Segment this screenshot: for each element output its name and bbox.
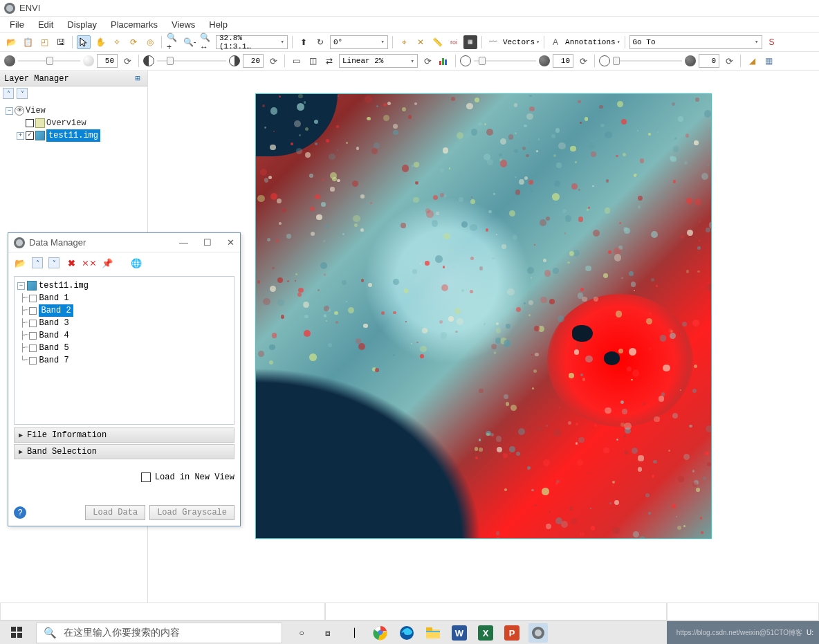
band-checkbox[interactable] (29, 344, 37, 352)
dm-file-info-section[interactable]: ▶File Information (14, 427, 234, 443)
powerpoint-icon[interactable]: P (502, 623, 522, 643)
band-checkbox[interactable] (29, 320, 37, 327)
vectors-menu[interactable]: Vectors▾ (503, 38, 540, 46)
annotations-menu[interactable]: Annotations▾ (565, 38, 620, 46)
menu-file[interactable]: File (3, 18, 31, 31)
maximize-icon[interactable]: ☐ (203, 237, 212, 248)
dm-band-node[interactable]: ├┈ Band 3 (17, 317, 231, 329)
brightness-reset-icon[interactable]: ⟳ (120, 54, 134, 68)
load-new-view-checkbox[interactable] (141, 472, 151, 482)
edge-icon[interactable] (397, 623, 416, 643)
taskbar-search[interactable]: 🔍 在这里输入你要搜索的内容 (36, 623, 282, 643)
clipboard-icon[interactable]: 📋 (21, 35, 35, 49)
contrast-slider[interactable] (157, 56, 226, 66)
dm-refresh-icon[interactable]: 🌐 (130, 257, 142, 269)
sharpen-value[interactable]: 0 (699, 54, 719, 68)
contrast-reset-icon[interactable]: ⟳ (266, 54, 280, 68)
tree-layer-node[interactable]: + test11.img (4, 129, 143, 142)
rotation-combo[interactable]: 0°▾ (330, 35, 388, 49)
dm-pin-icon[interactable]: 📌 (101, 257, 113, 269)
region-select-icon[interactable]: ◰ (37, 35, 51, 49)
vectors-icon[interactable]: 〰 (486, 35, 500, 49)
overview-checkbox[interactable] (26, 119, 34, 127)
measure-icon[interactable]: 📏 (430, 35, 444, 49)
expand-icon[interactable]: − (6, 107, 13, 115)
expand-all-icon[interactable]: ˄ (3, 88, 14, 99)
word-icon[interactable]: W (450, 623, 469, 643)
data-manager-titlebar[interactable]: Data Manager — ☐ ✕ (8, 233, 240, 252)
menu-help[interactable]: Help (202, 18, 234, 31)
goto-combo[interactable]: Go To▾ (629, 35, 762, 49)
fly-icon[interactable]: ✧ (110, 35, 124, 49)
stretch-rect-icon[interactable]: ▭ (289, 54, 303, 68)
rotate-icon[interactable]: ⟳ (127, 35, 140, 49)
minimize-icon[interactable]: — (179, 237, 188, 248)
dm-collapse-icon[interactable]: ˅ (48, 257, 59, 268)
pointer-icon[interactable] (77, 35, 91, 49)
spectral-icon[interactable]: S (765, 35, 779, 49)
dm-close-all-icon[interactable]: ⨯⨯ (83, 257, 95, 269)
zoom-in-icon[interactable]: 🔍+ (166, 35, 180, 49)
dm-band-selection-section[interactable]: ▶Band Selection (14, 444, 234, 459)
sharpen-slider[interactable] (613, 56, 682, 66)
view-area[interactable] (148, 71, 819, 619)
chip-icon[interactable]: 🖫 (54, 35, 68, 49)
stretch-combo[interactable]: Linear 2%▾ (339, 54, 418, 68)
transparency-value[interactable]: 10 (553, 54, 573, 68)
data-manager-window[interactable]: Data Manager — ☐ ✕ 📂 ˄ ˅ ✖ ⨯⨯ 📌 🌐 − test… (8, 232, 241, 526)
brightness-value[interactable]: 50 (97, 54, 118, 68)
annotations-icon[interactable]: A (549, 35, 562, 49)
brightness-slider[interactable] (18, 56, 80, 66)
envi-task-icon[interactable] (528, 623, 548, 643)
band-checkbox[interactable] (29, 295, 37, 302)
transparency-slider[interactable] (474, 56, 536, 66)
tree-view-node[interactable]: − 👁 View (4, 104, 143, 117)
dm-band-node[interactable]: ├┈ Band 1 (17, 292, 231, 304)
band-checkbox[interactable] (29, 332, 37, 340)
pixel-icon[interactable]: ▦ (463, 35, 477, 49)
rotate-north-icon[interactable]: ↻ (313, 35, 327, 49)
load-data-button[interactable]: Load Data (85, 505, 145, 520)
tree-overview-node[interactable]: Overview (4, 117, 143, 129)
sharpen-reset-icon[interactable]: ⟳ (722, 54, 736, 68)
pan-icon[interactable]: ✋ (93, 35, 107, 49)
system-tray[interactable]: https://blog.csdn.net/weixin@51CTO博客 U: (667, 621, 819, 644)
open-icon[interactable]: 📂 (4, 35, 18, 49)
zoom-fit-icon[interactable]: 🔍↔ (199, 35, 213, 49)
layer-manager-action-icon[interactable]: ⊞ (132, 73, 143, 84)
cortana-icon[interactable]: ⧈ (318, 623, 338, 643)
explorer-icon[interactable] (423, 623, 443, 643)
chrome-icon[interactable] (371, 623, 390, 643)
expand-icon[interactable]: + (17, 132, 24, 140)
menu-placemarks[interactable]: Placemarks (104, 18, 165, 31)
menu-edit[interactable]: Edit (31, 18, 60, 31)
dm-close-file-icon[interactable]: ✖ (65, 257, 77, 269)
swipe-icon[interactable]: ▦ (762, 54, 775, 68)
menu-display[interactable]: Display (60, 18, 104, 31)
north-up-icon[interactable]: ⬆ (297, 35, 311, 49)
collapse-all-icon[interactable]: ˅ (17, 88, 28, 99)
stretch-lock-icon[interactable]: ⇄ (322, 54, 336, 68)
load-grayscale-button[interactable]: Load Grayscale (149, 505, 234, 520)
zoom-level-combo[interactable]: 32.8% (1:3.1…▾ (216, 35, 288, 49)
band-checkbox[interactable] (29, 357, 37, 365)
roi-icon[interactable]: roi (447, 35, 461, 49)
excel-icon[interactable]: X (476, 623, 495, 643)
dm-band-node[interactable]: ├┈ Band 5 (17, 342, 231, 354)
transparency-reset-icon[interactable]: ⟳ (576, 54, 590, 68)
dm-file-node[interactable]: − test11.img (17, 279, 231, 292)
crosshair-icon[interactable]: ✕ (414, 35, 427, 49)
zoom-out-icon[interactable]: 🔍- (183, 35, 196, 49)
start-button[interactable] (0, 621, 33, 644)
dm-band-node[interactable]: ├┈ Band 2 (17, 304, 231, 317)
target-icon[interactable]: ◎ (143, 35, 157, 49)
portal-icon[interactable]: ◢ (745, 54, 759, 68)
help-icon[interactable]: ? (14, 506, 26, 519)
contrast-value[interactable]: 20 (243, 54, 264, 68)
cursor-value-icon[interactable]: ⌖ (397, 35, 411, 49)
close-icon[interactable]: ✕ (227, 237, 234, 248)
layer-checkbox[interactable] (26, 131, 34, 140)
band-checkbox[interactable] (29, 307, 37, 315)
menu-views[interactable]: Views (165, 18, 202, 31)
dm-open-icon[interactable]: 📂 (14, 257, 26, 269)
